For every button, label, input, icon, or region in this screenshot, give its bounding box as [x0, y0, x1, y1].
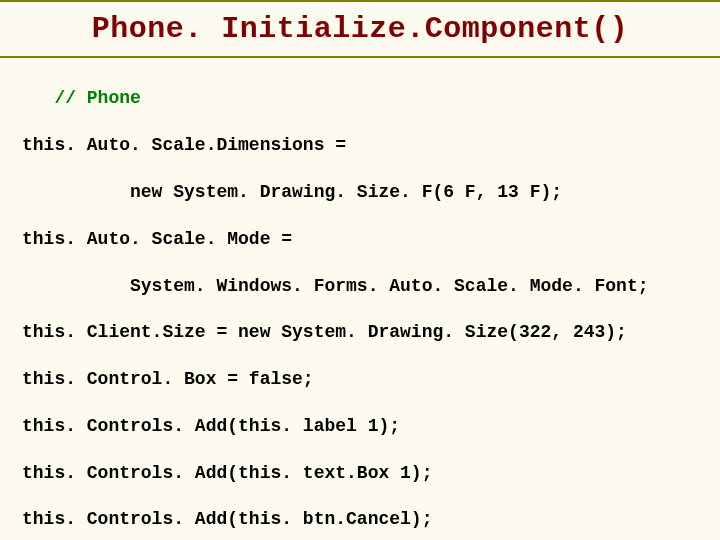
code-line: this. Client.Size = new System. Drawing.…: [22, 321, 698, 344]
title-bar: Phone. Initialize.Component(): [0, 0, 720, 58]
slide-title: Phone. Initialize.Component(): [20, 12, 700, 46]
code-line: this. Controls. Add(this. btn.Cancel);: [22, 508, 698, 531]
code-line: System. Windows. Forms. Auto. Scale. Mod…: [22, 275, 698, 298]
code-line: new System. Drawing. Size. F(6 F, 13 F);: [22, 181, 698, 204]
code-line: this. Controls. Add(this. text.Box 1);: [22, 462, 698, 485]
code-block: // Phone this. Auto. Scale.Dimensions = …: [0, 64, 720, 540]
code-line: this. Control. Box = false;: [22, 368, 698, 391]
code-line: this. Auto. Scale.Dimensions =: [22, 134, 698, 157]
code-comment: // Phone: [22, 87, 698, 110]
code-line: this. Auto. Scale. Mode =: [22, 228, 698, 251]
code-line: this. Controls. Add(this. label 1);: [22, 415, 698, 438]
